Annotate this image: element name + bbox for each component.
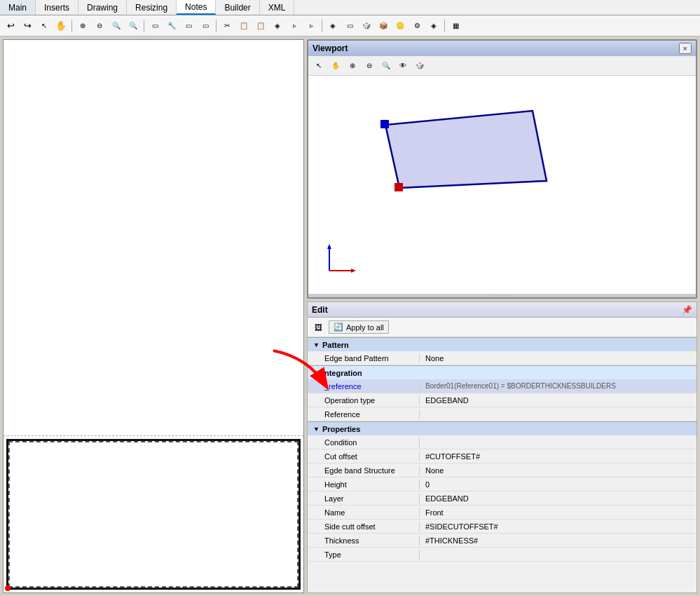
prop-layer-value[interactable]: EDGEBAND (420, 494, 696, 503)
edit-titlebar: Edit 📌 (308, 302, 696, 318)
paste-button[interactable]: 📋 (253, 18, 268, 34)
vp-hand-button[interactable]: ✋ (328, 58, 343, 74)
gear-button[interactable]: ⚙ (409, 18, 425, 34)
right-panel: Viewport × ↖ ✋ ⊕ ⊖ 🔍 👁 🎲 (307, 39, 697, 593)
prop-int-reference-name: Reference (308, 409, 420, 419)
menu-item-drawing[interactable]: Drawing (78, 0, 127, 15)
viewport-resize-handle[interactable]: · · · · · (308, 294, 696, 297)
zoom-out-button[interactable]: ⊖ (92, 18, 107, 34)
prop-side-cutt-offset-value[interactable]: #SIDECUTOFFSET# (420, 522, 696, 531)
vp-zoom3-button[interactable]: 🔍 (378, 58, 394, 74)
section-integration[interactable]: ▼ Integration (308, 365, 696, 379)
box-button[interactable]: 📦 (376, 18, 391, 34)
zoom-fit-button[interactable]: 🔍 (109, 18, 124, 34)
prop-condition[interactable]: Condition (308, 435, 696, 449)
prop-side-cutt-offset[interactable]: Side cutt offset #SIDECUTOFFSET# (308, 520, 696, 534)
prop-type-value[interactable] (420, 554, 696, 555)
prop-side-cutt-offset-name: Side cutt offset (308, 522, 420, 531)
prop-type[interactable]: Type (308, 548, 696, 562)
prop-edge-band-structure[interactable]: Egde band Structure None (308, 463, 696, 478)
coin-button[interactable]: 🪙 (392, 18, 408, 34)
prop-height-value[interactable]: 0 (420, 480, 696, 489)
viewport-shape (378, 104, 575, 216)
bar-button[interactable]: ▭ (342, 18, 357, 34)
viewport-close-button[interactable]: × (679, 43, 692, 54)
viewport-title: Viewport (313, 43, 348, 53)
prop-operation-type[interactable]: Operation type EDGEBAND (308, 393, 696, 407)
redo-button[interactable]: ↪ (20, 18, 35, 34)
section-integration-label: Integration (322, 369, 362, 377)
prop-int-reference-value[interactable] (420, 414, 696, 415)
frame-button[interactable]: ▭ (181, 18, 196, 34)
pan-button[interactable]: ✋ (53, 18, 69, 34)
diamond2-button[interactable]: ◈ (325, 18, 341, 34)
prop-cut-offset-value[interactable]: #CUTOFFSET# (420, 452, 696, 461)
prop-edge-band-structure-name: Egde band Structure (308, 466, 420, 475)
prop-int-reference[interactable]: Reference (308, 407, 696, 421)
vp-zoom2-button[interactable]: ⊖ (362, 58, 377, 74)
prop-edge-band-pattern-value[interactable]: None (420, 353, 696, 363)
viewport-canvas[interactable] (308, 76, 696, 294)
rect-button[interactable]: ▭ (147, 18, 163, 34)
pin-icon: 📌 (682, 305, 692, 315)
menu-item-notes[interactable]: Notes (177, 0, 216, 15)
zoom-in-button[interactable]: ⊕ (75, 18, 90, 34)
prop-name-value[interactable]: Front (420, 508, 696, 517)
menu-item-resizing[interactable]: Resizing (127, 0, 177, 15)
zoom-window-button[interactable]: 🔍 (125, 18, 141, 34)
edit-toolbar: 🖼 🔄 Apply to all (308, 318, 696, 337)
integration-collapse-icon: ▼ (313, 370, 320, 377)
vp-eye-button[interactable]: 👁 (395, 58, 411, 74)
red-handle (394, 183, 403, 191)
section-properties[interactable]: ▼ Properties (308, 421, 696, 435)
canvas-bottom[interactable] (6, 439, 301, 590)
menu-item-inserts[interactable]: Inserts (36, 0, 78, 15)
section-pattern[interactable]: ▼ Pattern (308, 337, 696, 351)
section-properties-label: Properties (322, 425, 360, 433)
viewport-window: Viewport × ↖ ✋ ⊕ ⊖ 🔍 👁 🎲 (307, 39, 697, 299)
prop-reference[interactable]: _reference Border01(Reference01) = $BORD… (308, 379, 696, 393)
sep3 (216, 20, 217, 32)
select-button[interactable]: ↖ (36, 18, 52, 34)
prop-thickness-name: Thickness (308, 536, 420, 546)
vp-3d-button[interactable]: 🎲 (412, 58, 427, 74)
grid-button[interactable]: ▦ (448, 18, 463, 34)
properties-table: ▼ Pattern Edge band Pattern None ▼ Integ… (308, 337, 696, 592)
apply-all-button[interactable]: 🔄 Apply to all (329, 320, 389, 334)
cube-button[interactable]: 🎲 (359, 18, 374, 34)
prop-name[interactable]: Name Front (308, 506, 696, 520)
diamond1-button[interactable]: ◈ (270, 18, 285, 34)
vp-select-button[interactable]: ↖ (311, 58, 327, 74)
prop-operation-type-value[interactable]: EDGEBAND (420, 395, 696, 405)
prop-condition-value[interactable] (420, 442, 696, 443)
arrow2-button[interactable]: ▹ (303, 18, 319, 34)
prop-height[interactable]: Height 0 (308, 478, 696, 492)
prop-edge-band-structure-value[interactable]: None (420, 466, 696, 475)
arrow-button[interactable]: ▹ (287, 18, 302, 34)
prop-edge-band-pattern[interactable]: Edge band Pattern None (308, 351, 696, 365)
properties-collapse-icon: ▼ (313, 426, 320, 433)
wrench-button[interactable]: 🔧 (164, 18, 179, 34)
layout-button[interactable]: ▭ (198, 18, 213, 34)
menu-item-main[interactable]: Main (0, 0, 36, 15)
copy-button[interactable]: 📋 (236, 18, 252, 34)
prop-thickness[interactable]: Thickness #THICKNESS# (308, 534, 696, 548)
cut-button[interactable]: ✂ (219, 18, 235, 34)
menu-item-builder[interactable]: Builder (216, 0, 259, 15)
red-dot-corner (5, 585, 11, 591)
prop-cut-offset[interactable]: Cut offset #CUTOFFSET# (308, 449, 696, 463)
apply-all-label: Apply to all (346, 323, 384, 332)
prop-height-name: Height (308, 480, 420, 489)
prop-reference-value[interactable]: Border01(Reference01) = $BORDERTHICKNESS… (420, 381, 696, 391)
undo-button[interactable]: ↩ (3, 18, 18, 34)
prop-thickness-value[interactable]: #THICKNESS# (420, 536, 696, 546)
vp-zoom-button[interactable]: ⊕ (345, 58, 360, 74)
prop-layer[interactable]: Layer EDGEBAND (308, 492, 696, 506)
main-layout: Viewport × ↖ ✋ ⊕ ⊖ 🔍 👁 🎲 (0, 36, 700, 596)
canvas-top[interactable] (4, 40, 303, 436)
viewport-titlebar: Viewport × (308, 41, 696, 56)
edit-icon1-button[interactable]: 🖼 (310, 320, 326, 335)
diamond3-button[interactable]: ◈ (426, 18, 441, 34)
menu-bar: Main Inserts Drawing Resizing Notes Buil… (0, 0, 700, 15)
menu-item-xml[interactable]: XML (260, 0, 295, 15)
